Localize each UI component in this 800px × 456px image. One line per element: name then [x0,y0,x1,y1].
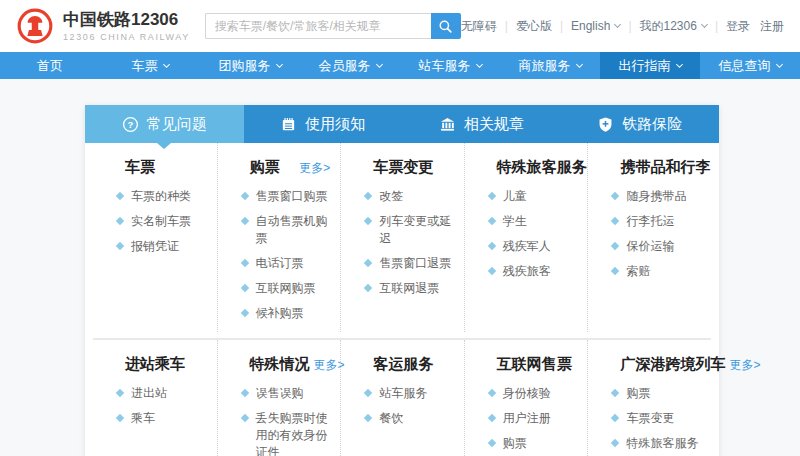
tab-regulations[interactable]: 相关规章 [402,105,561,143]
tab-label: 铁路保险 [622,115,682,134]
topic-link[interactable]: 站车服务 [341,381,464,406]
nav-item-label: 出行指南 [619,57,671,75]
tab-insurance[interactable]: 铁路保险 [561,105,720,143]
search-icon [438,19,453,34]
topic-link[interactable]: 车票的种类 [93,184,217,209]
diamond-bullet-icon [364,259,372,267]
topic-link[interactable]: 互联网购票 [218,276,341,301]
topic-link[interactable]: 乘车 [93,406,217,431]
topic-link[interactable]: 餐饮 [341,406,464,431]
toplink-my12306[interactable]: 我的12306 [640,18,707,35]
topic-link[interactable]: 进出站 [93,381,217,406]
diamond-bullet-icon [116,242,124,250]
tab-faq[interactable]: ?常见问题 [85,105,244,143]
topic-list: 车票的种类实名制车票报销凭证 [93,184,217,259]
topic-link[interactable]: 售票窗口购票 [218,184,341,209]
nav-item-label: 信息查询 [719,57,771,75]
topic-link[interactable]: 保价运输 [588,234,711,259]
nav-item-travel-guide[interactable]: 出行指南 [600,52,700,79]
chevron-down-icon [614,21,621,28]
topic-link[interactable]: 实名制车票 [93,209,217,234]
nav-item-station-services[interactable]: 站车服务 [400,52,500,79]
more-link[interactable]: 更多> [299,160,330,177]
tab-usage-notice[interactable]: 使用须知 [244,105,403,143]
topic-link-label: 列车变更或延迟 [379,213,456,247]
topic-list: 改签列车变更或延迟售票窗口退票互联网退票 [341,184,464,301]
topic-column: 广深港跨境列车更多>购票车票变更特殊旅客服务携带品和行李特殊情况 [587,340,711,456]
chevron-down-icon [375,61,382,68]
topic-link[interactable]: 购票 [465,431,588,456]
topic-header: 携带品和行李 [588,151,711,182]
toplink-accessibility[interactable]: 无障碍 [461,18,497,35]
topic-link[interactable]: 残疾军人 [465,234,588,259]
more-link[interactable]: 更多> [729,357,760,374]
topic-link[interactable]: 改签 [341,184,464,209]
topic-link[interactable]: 索赔 [588,259,711,284]
toplink-label: 我的12306 [640,18,697,35]
diamond-bullet-icon [488,192,496,200]
topic-link[interactable]: 随身携带品 [588,184,711,209]
divider: | [715,19,718,33]
brand-title: 中国铁路12306 [63,10,190,30]
topic-header: 互联网售票 [465,348,588,379]
topic-link[interactable]: 用户注册 [465,406,588,431]
topic-title: 进站乘车 [125,355,185,374]
toplink-english[interactable]: English [571,19,620,33]
toplink-label: English [571,19,610,33]
topic-list: 站车服务餐饮 [341,381,464,431]
search-box [205,13,461,39]
topic-link[interactable]: 儿童 [465,184,588,209]
topic-list: 身份核验用户注册购票在线支付 [465,381,588,456]
topic-header: 车票 [93,151,217,182]
topic-link-label: 自动售票机购票 [256,213,333,247]
brand[interactable]: 中国铁路12306 12306 CHINA RAILWAY [16,7,197,45]
topic-link[interactable]: 售票窗口退票 [341,251,464,276]
topic-link[interactable]: 特殊旅客服务 [588,431,711,456]
nav-item-info-query[interactable]: 信息查询 [700,52,800,79]
nav-item-tickets[interactable]: 车票 [100,52,200,79]
topic-link[interactable]: 行李托运 [588,209,711,234]
nav-item-member-services[interactable]: 会员服务 [300,52,400,79]
topic-link-label: 儿童 [503,188,527,205]
topic-link[interactable]: 互联网退票 [341,276,464,301]
topic-link[interactable]: 报销凭证 [93,234,217,259]
topic-link-label: 保价运输 [626,238,674,255]
toplink-register[interactable]: 注册 [760,18,784,35]
topic-link[interactable]: 残疾旅客 [465,259,588,284]
topic-link[interactable]: 身份核验 [465,381,588,406]
topic-link[interactable]: 丢失购票时使用的有效身份证件 [218,406,341,456]
topic-link[interactable]: 电话订票 [218,251,341,276]
topic-link[interactable]: 学生 [465,209,588,234]
topic-link[interactable]: 自动售票机购票 [218,209,341,251]
topic-link-label: 特殊旅客服务 [626,435,698,452]
nav-item-business-travel[interactable]: 商旅服务 [500,52,600,79]
nav-item-home[interactable]: 首页 [0,52,100,79]
topic-title: 购票 [250,158,280,177]
topic-link-label: 行李托运 [626,213,674,230]
toplink-label: 登录 [726,18,750,35]
topic-link-label: 候补购票 [256,305,304,322]
toplink-login[interactable]: 登录 [726,18,750,35]
diamond-bullet-icon [488,267,496,275]
topic-header: 特殊旅客服务 [465,151,588,182]
nav-item-group-services[interactable]: 团购服务 [200,52,300,79]
topic-link-label: 误售误购 [256,385,304,402]
topic-link-label: 学生 [503,213,527,230]
topic-link-label: 乘车 [131,410,155,427]
topic-link[interactable]: 候补购票 [218,301,341,326]
notebook-icon [280,116,297,133]
search-input[interactable] [205,13,431,39]
toplink-care-version[interactable]: 爱心版 [516,18,552,35]
chevron-down-icon [701,21,708,28]
diamond-bullet-icon [488,439,496,447]
topic-column: 携带品和行李随身携带品行李托运保价运输索赔 [587,143,711,332]
topic-link[interactable]: 列车变更或延迟 [341,209,464,251]
topic-link[interactable]: 车票变更 [588,406,711,431]
chevron-down-icon [675,61,682,68]
topic-link[interactable]: 误售误购 [218,381,341,406]
topic-link[interactable]: 购票 [588,381,711,406]
topic-link-label: 购票 [503,435,527,452]
topic-header: 特殊情况更多> [218,348,341,379]
search-button[interactable] [431,13,461,39]
toplink-label: 无障碍 [461,18,497,35]
